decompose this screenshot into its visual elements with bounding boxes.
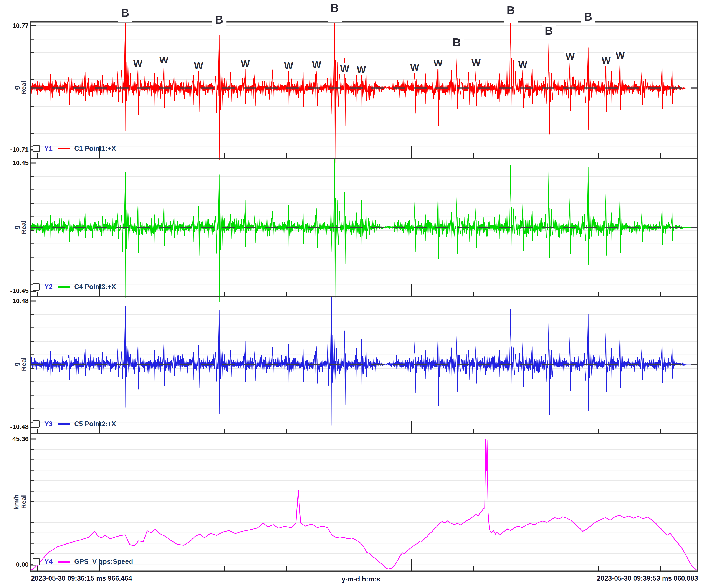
y3-color-line-icon <box>58 423 70 425</box>
y1-axis-label: Y1 <box>44 145 53 153</box>
y4-channel-label: GPS_V gps:Speed <box>74 558 133 566</box>
bump-annotation: B <box>450 36 464 51</box>
chart-canvas <box>0 0 703 588</box>
wheel-annotation: W <box>338 63 351 74</box>
y2-channel-label: C4 Point3:+X <box>74 283 116 291</box>
y3-unit-label: gReal <box>13 357 27 371</box>
y2-visibility-checkbox[interactable] <box>32 283 40 291</box>
y4-visibility-checkbox[interactable] <box>32 558 40 566</box>
wheel-annotation: W <box>192 60 205 71</box>
bump-annotation: B <box>327 2 342 22</box>
y1-color-line-icon <box>58 148 70 149</box>
y3-axis-label: Y3 <box>44 420 53 428</box>
y1-unit-label: gReal <box>13 81 27 94</box>
y1-channel-label: C1 Point1:+X <box>74 145 116 153</box>
wheel-annotation: W <box>310 60 323 70</box>
wheel-annotation: W <box>432 58 445 69</box>
bump-annotation: B <box>581 10 595 25</box>
y2-color-line-icon <box>58 286 70 288</box>
y4-color-line-icon <box>58 561 70 563</box>
wheel-annotation: W <box>355 64 368 75</box>
x-axis-end-timestamp: 2023-05-30 09:39:53 ms 060.083 <box>597 575 698 582</box>
y4-max-label: 45.36 <box>0 435 29 442</box>
wheel-annotation: W <box>614 50 627 61</box>
y2-min-label: -10.45 <box>0 287 29 294</box>
y3-visibility-checkbox[interactable] <box>32 420 40 428</box>
y1-min-label: -10.71 <box>0 146 29 153</box>
legend-y2: Y2 C4 Point3:+X <box>32 283 116 291</box>
wheel-annotation: W <box>157 55 170 66</box>
signal-analysis-plot: 10.77 -10.71 10.45 -10.45 10.48 -10.48 4… <box>0 0 703 588</box>
y4-unit-label: km/hReal <box>13 494 27 510</box>
bump-annotation: B <box>212 13 227 28</box>
legend-y1: Y1 C1 Point1:+X <box>32 144 116 153</box>
y2-axis-label: Y2 <box>44 283 53 291</box>
bump-annotation: B <box>118 6 132 22</box>
x-axis-format-label: y-m-d h:m:s <box>341 575 380 583</box>
y2-max-label: 10.45 <box>0 159 29 166</box>
y4-min-label: 0.00 <box>0 561 29 568</box>
y3-channel-label: C5 Point2:+X <box>74 420 116 428</box>
y4-axis-label: Y4 <box>44 558 53 566</box>
y3-min-label: -10.48 <box>0 423 29 430</box>
legend-y4: Y4 GPS_V gps:Speed <box>32 558 133 566</box>
wheel-annotation: W <box>131 58 144 69</box>
bump-annotation: B <box>503 4 518 22</box>
y2-unit-label: gReal <box>13 220 27 234</box>
wheel-annotation: W <box>516 59 529 70</box>
y1-max-label: 10.77 <box>0 22 29 29</box>
wheel-annotation: W <box>600 55 613 66</box>
wheel-annotation: W <box>239 58 252 69</box>
y3-max-label: 10.48 <box>0 297 29 304</box>
x-axis-start-timestamp: 2023-05-30 09:36:15 ms 966.464 <box>31 575 132 582</box>
legend-y3: Y3 C5 Point2:+X <box>32 420 116 428</box>
wheel-annotation: W <box>408 62 421 73</box>
y1-visibility-checkbox[interactable] <box>32 145 40 152</box>
wheel-annotation: W <box>470 57 483 68</box>
bump-annotation: B <box>542 24 556 39</box>
wheel-annotation: W <box>282 60 295 71</box>
wheel-annotation: W <box>564 51 576 62</box>
